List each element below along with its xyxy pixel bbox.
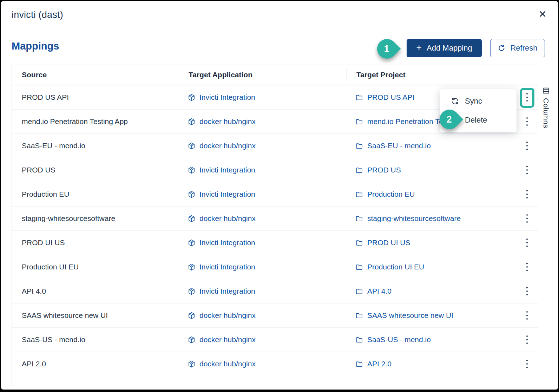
target-application-link[interactable]: docker hub/nginx xyxy=(179,303,347,327)
target-project-link[interactable]: API 2.0 xyxy=(347,352,516,376)
kebab-icon xyxy=(526,287,528,295)
row-actions-menu-button[interactable] xyxy=(516,231,538,255)
target-project-link[interactable]: PROD US xyxy=(347,158,516,182)
annotation-marker-1-number: 1 xyxy=(384,44,389,54)
add-mapping-button[interactable]: + Add Mapping xyxy=(407,39,482,57)
target-project-link[interactable]: PROD UI US xyxy=(347,231,516,255)
kebab-icon xyxy=(526,360,528,368)
folder-icon xyxy=(355,118,363,126)
mappings-dialog: invicti (dast) ✕ Mappings + Add Mapping … xyxy=(1,1,558,390)
target-application-label: docker hub/nginx xyxy=(199,360,256,368)
menu-item-delete[interactable]: Delete xyxy=(440,111,517,129)
target-project-link[interactable]: API 4.0 xyxy=(347,279,516,303)
kebab-icon xyxy=(526,117,528,126)
package-icon xyxy=(188,166,196,174)
target-project-link[interactable]: SaaS-US - mend.io xyxy=(347,328,516,352)
target-application-link[interactable]: Invicti Integration xyxy=(179,158,347,182)
folder-icon xyxy=(355,263,363,271)
folder-icon xyxy=(355,142,363,150)
column-header-actions xyxy=(516,65,538,85)
target-application-link[interactable]: Invicti Integration xyxy=(179,231,347,255)
table-row: SaaS-EU - mend.io docker hub/nginx SaaS-… xyxy=(12,134,538,158)
row-actions-menu-button[interactable] xyxy=(516,85,538,109)
row-context-menu: Sync Delete xyxy=(440,89,517,132)
page-title: Mappings xyxy=(12,40,59,52)
table-row: SAAS whitesource new UI docker hub/nginx… xyxy=(12,303,538,328)
target-application-link[interactable]: Invicti Integration xyxy=(179,182,347,206)
source-cell: PROD US xyxy=(12,158,179,182)
row-actions-menu-button[interactable] xyxy=(516,279,538,303)
folder-icon xyxy=(355,215,363,223)
kebab-icon xyxy=(526,93,528,102)
menu-item-sync[interactable]: Sync xyxy=(440,92,517,110)
column-header-source: Source xyxy=(12,65,179,85)
target-application-link[interactable]: docker hub/nginx xyxy=(179,134,347,158)
target-application-link[interactable]: docker hub/nginx xyxy=(179,207,347,230)
columns-settings-tab[interactable]: Columns xyxy=(542,87,550,128)
folder-icon xyxy=(355,166,363,174)
target-project-link[interactable]: SAAS whitesource new UI xyxy=(347,303,516,327)
trash-icon xyxy=(451,116,460,125)
kebab-icon xyxy=(526,142,528,150)
row-actions-menu-button[interactable] xyxy=(516,110,538,133)
source-cell: Production UI EU xyxy=(12,255,179,279)
row-actions-menu-button[interactable] xyxy=(516,328,538,352)
table-row: API 4.0 Invicti Integration API 4.0 xyxy=(12,279,538,303)
target-application-link[interactable]: docker hub/nginx xyxy=(179,110,347,133)
source-cell: SAAS whitesource new UI xyxy=(12,303,179,327)
row-actions-menu-button[interactable] xyxy=(516,182,538,206)
target-application-label: docker hub/nginx xyxy=(199,117,256,126)
source-cell: PROD UI US xyxy=(12,231,179,255)
folder-icon xyxy=(355,190,363,198)
target-application-link[interactable]: Invicti Integration xyxy=(179,255,347,279)
table-row: staging-whitesourcesoftware docker hub/n… xyxy=(12,207,538,231)
kebab-icon xyxy=(526,335,528,344)
row-actions-menu-button[interactable] xyxy=(516,303,538,327)
close-icon[interactable]: ✕ xyxy=(539,9,547,19)
target-project-label: PROD US xyxy=(367,166,401,174)
menu-item-delete-label: Delete xyxy=(465,116,487,125)
target-application-label: Invicti Integration xyxy=(199,287,255,295)
columns-icon xyxy=(542,87,550,94)
kebab-icon xyxy=(526,190,528,198)
row-actions-menu-button[interactable] xyxy=(516,158,538,182)
target-application-link[interactable]: Invicti Integration xyxy=(179,279,347,303)
target-project-label: API 2.0 xyxy=(367,360,392,368)
folder-icon xyxy=(355,239,363,247)
target-project-label: API 4.0 xyxy=(367,287,392,295)
row-actions-menu-button[interactable] xyxy=(516,134,538,158)
refresh-label: Refresh xyxy=(510,44,537,53)
source-cell: SaaS-EU - mend.io xyxy=(12,134,179,158)
package-icon xyxy=(188,142,196,150)
kebab-icon xyxy=(526,311,528,320)
kebab-icon xyxy=(526,263,528,271)
source-cell: API 2.0 xyxy=(12,352,179,376)
row-actions-menu-button[interactable] xyxy=(516,207,538,230)
target-application-link[interactable]: docker hub/nginx xyxy=(179,352,347,376)
columns-tab-label: Columns xyxy=(542,98,550,128)
target-project-link[interactable]: SaaS-EU - mend.io xyxy=(347,134,516,158)
folder-icon xyxy=(355,312,363,320)
package-icon xyxy=(188,239,196,247)
target-project-label: PROD US API xyxy=(367,93,414,102)
package-icon xyxy=(188,118,196,126)
target-project-link[interactable]: Production EU xyxy=(347,182,516,206)
refresh-icon xyxy=(498,44,506,52)
table-row: PROD UI US Invicti Integration PROD UI U… xyxy=(12,231,538,255)
refresh-button[interactable]: Refresh xyxy=(490,39,545,57)
target-application-link[interactable]: docker hub/nginx xyxy=(179,328,347,352)
row-actions-menu-button[interactable] xyxy=(516,255,538,279)
target-application-label: Invicti Integration xyxy=(199,263,255,271)
row-actions-menu-button[interactable] xyxy=(516,352,538,376)
package-icon xyxy=(188,263,196,271)
target-project-link[interactable]: Production UI EU xyxy=(347,255,516,279)
target-application-link[interactable]: Invicti Integration xyxy=(179,85,347,109)
source-cell: Production EU xyxy=(12,182,179,206)
dialog-title: invicti (dast) xyxy=(12,9,63,20)
table-row: SaaS-US - mend.io docker hub/nginx SaaS-… xyxy=(12,328,538,352)
package-icon xyxy=(188,336,196,344)
package-icon xyxy=(188,190,196,198)
kebab-icon xyxy=(526,166,528,174)
table-row: Production EU Invicti Integration Produc… xyxy=(12,182,538,207)
target-project-link[interactable]: staging-whitesourcesoftware xyxy=(347,207,516,230)
